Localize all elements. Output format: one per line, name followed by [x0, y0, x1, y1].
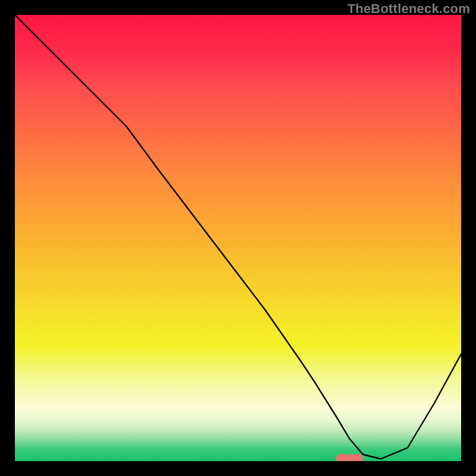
chart-container: TheBottleneck.com: [0, 0, 476, 476]
overlay-svg: [15, 15, 461, 461]
plot-area: [15, 15, 461, 461]
optimal-marker: [336, 455, 363, 462]
watermark-text: TheBottleneck.com: [347, 1, 470, 17]
bottleneck-curve-line: [15, 15, 461, 459]
